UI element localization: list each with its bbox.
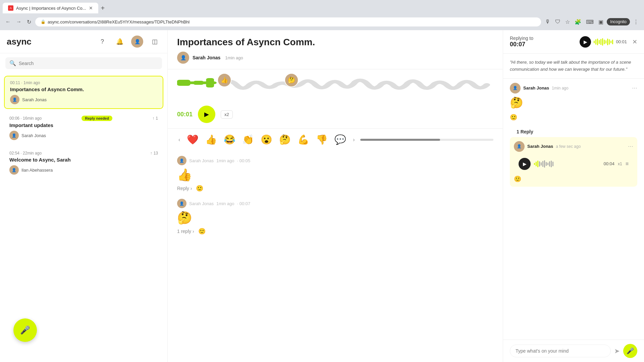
player-controls: 00:01 ▶ x2 <box>177 106 493 123</box>
reload-button[interactable]: ↻ <box>25 17 33 26</box>
msg-time-1: 1min ago <box>216 158 234 163</box>
rp-menu-button[interactable]: ≡ <box>626 161 629 167</box>
extensions-icon[interactable]: 🧩 <box>573 17 583 26</box>
app: async ? 🔔 👤 ◫ 🔍 00:11 · 1min ago <box>0 30 644 362</box>
msg-ts-2: · 00:07 <box>237 201 250 206</box>
conv-time-1: 00:11 · 1min ago <box>10 80 40 85</box>
incognito-badge: Incognito <box>607 18 630 25</box>
help-button[interactable]: ? <box>96 36 108 48</box>
reply-count-header: 1 Reply <box>510 126 637 137</box>
reply-audio-player: ▶ 00:04 <box>514 155 633 173</box>
bookmark-icon[interactable]: ☆ <box>564 17 571 26</box>
conversation-item-2[interactable]: 00:06 · 16min ago Reply needed ↑ 1 Impor… <box>4 112 163 144</box>
msg-author-1: Sarah Jonas <box>189 158 214 163</box>
react-button-2[interactable]: 🙂 <box>198 228 206 235</box>
conv-meta-2: 00:06 · 16min ago Reply needed ↑ 1 <box>9 116 158 121</box>
speed-button[interactable]: x2 <box>221 110 233 119</box>
reaction-muscle[interactable]: 💪 <box>296 133 311 146</box>
message-meta-1: 👤 Sarah Jonas 1min ago · 00:05 <box>177 156 493 165</box>
waveform-avatar-2: 🤔 <box>284 73 299 87</box>
reaction-heart[interactable]: ❤️ <box>185 133 200 146</box>
reply-button-1[interactable]: Reply › <box>177 186 192 191</box>
url-bar[interactable]: 🔒 async.com/conversations/2I88ReXEu5YlYX… <box>35 17 541 26</box>
svg-rect-2 <box>194 81 203 85</box>
mic-fab-button[interactable]: 🎤 <box>13 318 37 342</box>
tab-close-button[interactable]: ✕ <box>89 5 93 11</box>
conversation-item-3[interactable]: 02:54 · 22min ago ↑ 13 Welcome to Async,… <box>4 147 163 179</box>
notifications-button[interactable]: 🔔 <box>114 36 126 48</box>
back-button[interactable]: ← <box>4 17 12 26</box>
conv-time-2: 00:06 · 16min ago <box>9 116 42 121</box>
menu-icon[interactable]: ⋮ <box>632 17 640 26</box>
type-input[interactable] <box>510 345 611 357</box>
reply-messages: 👤 Sarah Jonas 1min ago ⋯ 🤔 🙂 1 Reply 👤 S… <box>503 79 644 340</box>
wave-bar <box>599 40 600 44</box>
reaction-scroll-right[interactable]: › <box>352 135 356 144</box>
conv-meta-1: 00:11 · 1min ago <box>10 80 157 85</box>
microphone-icon[interactable]: 🎙 <box>544 17 552 26</box>
reaction-chat[interactable]: 💬 <box>333 133 347 146</box>
message-emoji-2: 🤔 <box>177 211 493 225</box>
rp-play-button[interactable]: ▶ <box>519 158 531 170</box>
logo: async <box>7 37 32 47</box>
rp-react-button-2[interactable]: 🙂 <box>514 175 521 183</box>
replying-to-info: Replying to 00:07 <box>510 36 533 48</box>
wave-bar <box>602 38 603 46</box>
msg-author-2: Sarah Jonas <box>189 201 214 206</box>
close-button[interactable]: ✕ <box>632 38 637 46</box>
browser-actions: 🎙 🛡 ☆ 🧩 ⌨ ▣ Incognito ⋮ <box>544 17 640 26</box>
svg-rect-3 <box>206 78 214 87</box>
msg-ts-1: · 00:05 <box>237 158 250 163</box>
sidebar-header: async ? 🔔 👤 ◫ <box>0 30 167 53</box>
new-tab-button[interactable]: + <box>98 3 108 13</box>
reply-message-1: 👤 Sarah Jonas 1min ago ⋯ 🤔 🙂 <box>510 83 637 121</box>
shield-icon[interactable]: 🛡 <box>554 17 562 26</box>
conv-author-1: 👤 Sarah Jonas <box>10 95 157 104</box>
msg-time-2: 1min ago <box>216 201 234 206</box>
reply-more-button-1[interactable]: ⋯ <box>632 85 637 91</box>
reaction-thumbsdown[interactable]: 👎 <box>315 133 329 146</box>
search-input[interactable] <box>19 61 158 66</box>
waveform-avatar-1: 👍 <box>217 73 231 87</box>
active-tab[interactable]: A Async | Importances of Asyncn Co... ✕ <box>3 3 98 13</box>
sidebar-collapse-button[interactable]: ◫ <box>149 36 161 48</box>
user-avatar-button[interactable]: 👤 <box>131 36 143 48</box>
reaction-laugh[interactable]: 😂 <box>222 133 237 146</box>
reply-count-button-2[interactable]: 1 reply › <box>177 229 194 234</box>
sidebar-toggle-icon[interactable]: ▣ <box>597 17 605 26</box>
main-content: Importances of Asyncn Comm. 👤 Sarah Jona… <box>168 30 503 362</box>
url-text: async.com/conversations/2I88ReXEu5YlYX/m… <box>48 19 190 24</box>
sidebar: async ? 🔔 👤 ◫ 🔍 00:11 · 1min ago <box>0 30 168 362</box>
wave-bar <box>612 40 613 44</box>
play-button-main[interactable]: ▶ <box>198 106 215 123</box>
wave-bar <box>604 40 605 44</box>
react-button-1[interactable]: 🙂 <box>196 185 203 192</box>
wave-bar <box>610 41 611 43</box>
rp-speed-button[interactable]: x1 <box>618 162 622 166</box>
author-name: Sarah Jonas <box>193 55 220 60</box>
reaction-track <box>360 139 493 141</box>
reply-emoji-1: 🤔 <box>510 96 637 109</box>
conv-views-3: ↑ 13 <box>150 151 158 156</box>
conversation-item-1[interactable]: 00:11 · 1min ago Importances of Asyncn C… <box>4 76 163 109</box>
mic-record-button[interactable]: 🎤 <box>623 344 637 358</box>
reaction-think[interactable]: 🤔 <box>278 133 292 146</box>
reaction-wow[interactable]: 😮 <box>259 133 274 146</box>
author-avatar: 👤 <box>177 52 189 64</box>
reply-needed-badge: Reply needed <box>82 116 112 121</box>
conv-author-3: 👤 Ilan Abehassera <box>9 165 158 175</box>
wave-bar <box>609 39 610 45</box>
send-button[interactable]: ➤ <box>614 347 620 355</box>
reply-more-button-2[interactable]: ⋯ <box>628 143 633 149</box>
keyboard-icon[interactable]: ⌨ <box>585 17 595 26</box>
reply-time-2: a few sec ago <box>556 144 581 149</box>
message-time: 1min ago <box>225 55 243 60</box>
forward-button[interactable]: → <box>15 17 23 26</box>
reaction-thumbsup[interactable]: 👍 <box>204 133 218 146</box>
rp-react-button-1[interactable]: 🙂 <box>510 114 517 121</box>
reaction-scroll-left[interactable]: ‹ <box>177 135 181 144</box>
reaction-clap[interactable]: 👏 <box>241 133 255 146</box>
reaction-progress <box>360 139 440 141</box>
rp-time: 00:04 <box>603 161 614 166</box>
mini-play-button[interactable]: ▶ <box>580 36 591 48</box>
